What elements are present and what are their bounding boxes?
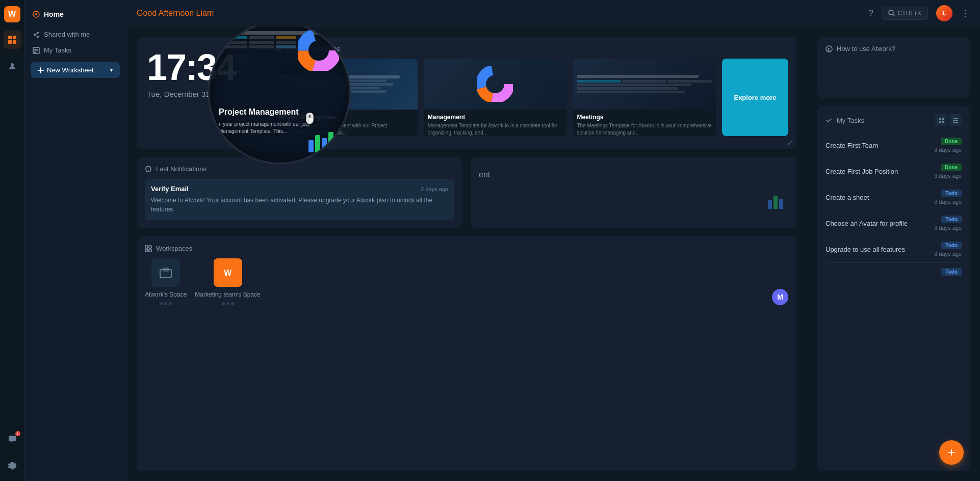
template-card-3[interactable]: Meetings The Meetings Template for Atwor… xyxy=(573,59,716,136)
tasks-label: My Tasks xyxy=(44,46,71,54)
task-badge-partial: Todo xyxy=(941,268,962,276)
notification-item-0: Verify Email 2 days ago Welcome to Atwor… xyxy=(145,179,454,220)
resize-handle: ⤢ xyxy=(787,139,793,147)
workspace-avatar-m: M xyxy=(772,289,788,305)
search-button[interactable]: CTRL+K xyxy=(882,7,928,20)
workspace-icon-marketing: W xyxy=(214,258,242,287)
svg-line-11 xyxy=(35,35,38,37)
new-worksheet-chevron: ▾ xyxy=(110,67,113,73)
second-panel: ent xyxy=(471,157,796,228)
sidebar: Home Shared with me My Tasks New Workshe… xyxy=(24,0,126,481)
template-card-2[interactable]: Management Management Template for Atwor… xyxy=(424,59,567,136)
svg-rect-40 xyxy=(939,118,941,120)
left-panel: 17:34 43 Tue, December 31 Explore Templa… xyxy=(126,26,807,481)
view-toggle xyxy=(935,114,962,126)
template-3-title: Meetings xyxy=(577,114,712,121)
task-item-4: Upgrade to use all features Todo 3 days … xyxy=(826,236,962,262)
template-3-desc: The Meetings Template for Atwork.io is y… xyxy=(577,122,712,136)
svg-line-19 xyxy=(893,14,894,16)
task-badge-4: Todo xyxy=(941,242,962,249)
task-badge-0: Done xyxy=(941,138,962,145)
task-item-2: Create a sheet Todo 3 days ago xyxy=(826,184,962,210)
sidebar-icon-person[interactable] xyxy=(3,57,21,75)
svg-text:i: i xyxy=(829,47,830,52)
svg-rect-43 xyxy=(942,121,944,123)
chat-notification-count: 1 xyxy=(15,431,20,436)
greeting-text: Good Afternoon Liam xyxy=(137,9,214,18)
svg-rect-36 xyxy=(163,268,169,272)
workspace-item-atwork[interactable]: Atwork's Space xyxy=(145,258,187,305)
task-item-1: Create First Job Position Done 3 days ag… xyxy=(826,158,962,184)
bottom-sections: Workspaces Atwork's Space xyxy=(137,236,796,471)
more-options-button[interactable]: ⋮ xyxy=(961,8,970,19)
right-panel: i How to use Atwork? My Tasks xyxy=(807,26,980,481)
user-avatar[interactable]: L xyxy=(936,5,952,21)
notifications-row: Last Notifications Verify Email 2 days a… xyxy=(137,157,796,228)
workspaces-grid: Atwork's Space W xyxy=(145,258,788,305)
workspaces-header: Workspaces xyxy=(145,245,788,252)
svg-rect-31 xyxy=(145,246,148,248)
task-badge-2: Todo xyxy=(941,190,962,197)
sidebar-item-tasks[interactable]: My Tasks xyxy=(24,42,126,58)
explore-templates-header: Explore Templates xyxy=(274,45,788,52)
workspace-name-atwork: Atwork's Space xyxy=(145,291,187,298)
notifications-header: Last Notifications xyxy=(145,165,454,173)
template-2-title: Management xyxy=(428,114,563,121)
svg-rect-42 xyxy=(939,121,941,123)
topbar-right: ? CTRL+K L ⋮ xyxy=(869,5,970,21)
workspaces-section: Workspaces Atwork's Space xyxy=(137,236,796,471)
sidebar-icon-chat[interactable]: 1 xyxy=(3,430,21,448)
sidebar-item-shared[interactable]: Shared with me xyxy=(24,26,126,42)
template-2-desc: Management Template for Atwork.io is a c… xyxy=(428,122,563,136)
grid-view-button[interactable] xyxy=(935,114,947,126)
how-to-header: i How to use Atwork? xyxy=(826,45,962,52)
fab-button[interactable]: + xyxy=(939,440,964,465)
svg-rect-41 xyxy=(942,118,944,120)
new-worksheet-button[interactable]: New Worksheet ▾ xyxy=(31,62,120,78)
main-area: Good Afternoon Liam ? CTRL+K L ⋮ 1 xyxy=(126,0,980,481)
workspace-dots xyxy=(160,302,172,305)
sidebar-icon-grid[interactable] xyxy=(3,31,21,49)
svg-rect-34 xyxy=(149,249,151,252)
svg-line-10 xyxy=(35,33,38,35)
icon-bar: W 1 xyxy=(0,0,24,481)
explore-more-button[interactable]: Explore more xyxy=(722,59,788,136)
app-logo[interactable]: W xyxy=(4,6,20,22)
sidebar-title[interactable]: Home xyxy=(24,6,126,26)
svg-rect-2 xyxy=(8,40,12,44)
content-area: 17:34 43 Tue, December 31 Explore Templa… xyxy=(126,26,980,481)
my-tasks-header: My Tasks xyxy=(826,114,962,126)
workspace-icon-atwork xyxy=(151,258,180,287)
my-tasks-title: My Tasks xyxy=(826,117,864,124)
shared-label: Shared with me xyxy=(44,31,90,38)
list-view-button[interactable] xyxy=(949,114,962,126)
how-to-card: i How to use Atwork? xyxy=(817,37,970,98)
svg-rect-32 xyxy=(149,246,151,248)
svg-rect-33 xyxy=(145,249,148,252)
notifications-card: Last Notifications Verify Email 2 days a… xyxy=(137,157,462,228)
svg-rect-1 xyxy=(13,36,16,39)
svg-rect-45 xyxy=(953,120,958,121)
my-tasks-card: My Tasks xyxy=(817,106,970,471)
magnifier-overlay: Project Management n your project manage… xyxy=(208,26,351,164)
svg-text:W: W xyxy=(224,269,232,277)
workspace-dots-marketing xyxy=(222,302,234,305)
workspace-name-marketing: Marketing team's Space xyxy=(195,291,260,298)
help-button[interactable]: ? xyxy=(869,9,873,18)
task-item-0: Create First Team Done 3 days ago xyxy=(826,132,962,158)
topbar: Good Afternoon Liam ? CTRL+K L ⋮ xyxy=(126,0,980,26)
svg-rect-46 xyxy=(953,122,958,123)
svg-point-4 xyxy=(11,63,14,66)
sidebar-icon-settings[interactable] xyxy=(3,457,21,475)
svg-rect-3 xyxy=(13,40,16,44)
task-badge-3: Todo xyxy=(941,216,962,223)
svg-point-6 xyxy=(35,13,37,15)
task-badge-1: Done xyxy=(941,164,962,171)
svg-point-18 xyxy=(889,10,893,15)
workspace-item-marketing[interactable]: W Marketing team's Space xyxy=(195,258,260,305)
task-item-3: Choose an Avatar for profile Todo 3 days… xyxy=(826,210,962,236)
svg-rect-0 xyxy=(8,36,12,39)
svg-rect-17 xyxy=(38,70,44,71)
svg-rect-44 xyxy=(953,118,958,119)
